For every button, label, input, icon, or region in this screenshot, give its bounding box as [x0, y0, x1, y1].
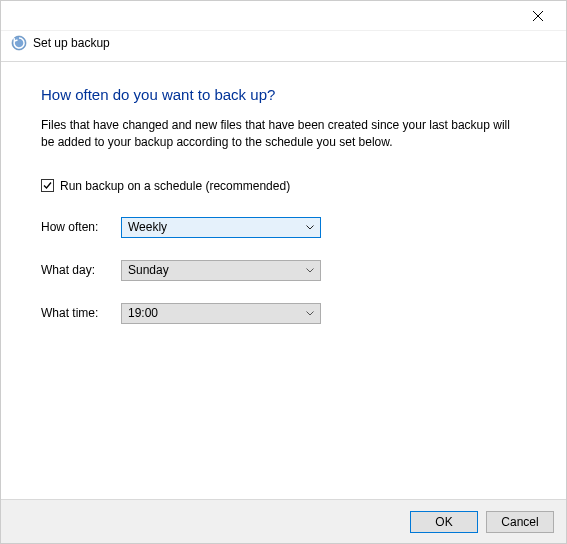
schedule-checkbox[interactable]	[41, 179, 54, 192]
chevron-down-icon	[304, 264, 316, 276]
content-area: How often do you want to back up? Files …	[1, 62, 566, 324]
what-day-label: What day:	[41, 263, 121, 277]
dialog-footer: OK Cancel	[1, 499, 566, 543]
what-time-label: What time:	[41, 306, 121, 320]
window-title: Set up backup	[33, 36, 110, 50]
chevron-down-icon	[304, 221, 316, 233]
cancel-button[interactable]: Cancel	[486, 511, 554, 533]
what-day-value: Sunday	[128, 263, 169, 277]
chevron-down-icon	[304, 307, 316, 319]
close-button[interactable]	[518, 2, 558, 30]
page-description: Files that have changed and new files th…	[41, 117, 511, 151]
titlebar	[1, 1, 566, 31]
what-time-value: 19:00	[128, 306, 158, 320]
what-day-row: What day: Sunday	[41, 260, 526, 281]
schedule-checkbox-label: Run backup on a schedule (recommended)	[60, 179, 290, 193]
checkmark-icon	[42, 180, 53, 191]
what-day-select[interactable]: Sunday	[121, 260, 321, 281]
backup-icon	[11, 35, 27, 51]
what-time-select[interactable]: 19:00	[121, 303, 321, 324]
how-often-select[interactable]: Weekly	[121, 217, 321, 238]
page-heading: How often do you want to back up?	[41, 86, 526, 103]
what-time-row: What time: 19:00	[41, 303, 526, 324]
ok-button[interactable]: OK	[410, 511, 478, 533]
close-icon	[533, 11, 543, 21]
how-often-label: How often:	[41, 220, 121, 234]
how-often-row: How often: Weekly	[41, 217, 526, 238]
how-often-value: Weekly	[128, 220, 167, 234]
window-header: Set up backup	[1, 31, 566, 62]
schedule-checkbox-row: Run backup on a schedule (recommended)	[41, 179, 526, 193]
